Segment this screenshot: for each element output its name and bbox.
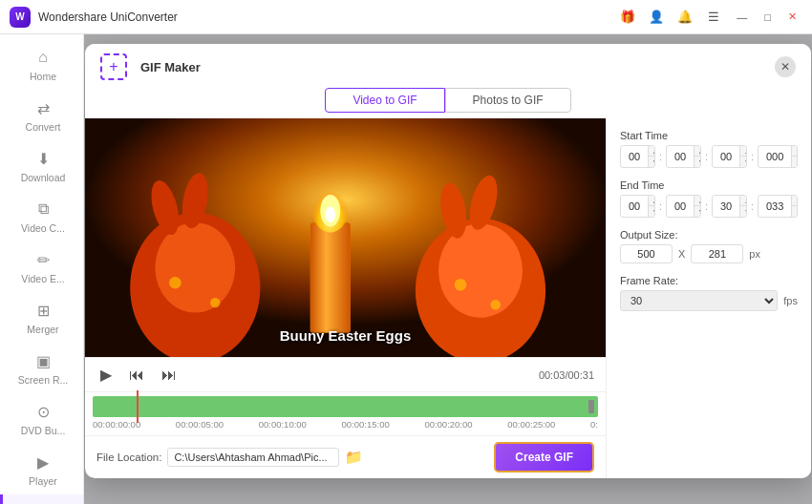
size-px-label: px [749,248,760,260]
sidebar-item-video-edit[interactable]: ✏ Video E... [0,242,83,292]
video-title: Buuny Easter Eggs [85,327,606,344]
user-icon[interactable]: 👤 [645,6,668,29]
end-sec-up[interactable]: ▲ [740,196,747,206]
end-sec-down[interactable]: ▼ [740,206,747,217]
modal-header: + GIF Maker ✕ [85,44,811,80]
end-sec-input[interactable]: ▲ ▼ [712,195,747,218]
width-input[interactable] [620,244,673,263]
modal-overlay: + GIF Maker ✕ Video to GIF Photos to GIF [84,34,812,504]
file-location-bar: File Location: 📁 Create GIF [85,435,606,478]
end-hour-down[interactable]: ▼ [649,206,655,217]
frame-rate-group: Frame Rate: 30 24 15 10 fps [620,275,798,311]
timeline-needle [137,390,139,423]
video-edit-icon: ✏ [32,249,53,270]
sidebar-item-screen[interactable]: ▣ Screen R... [0,343,83,393]
start-time-group: Start Time ▲ ▼ : [620,130,798,168]
video-compress-icon: ⧉ [32,199,53,220]
home-icon: ⌂ [32,47,53,68]
fps-unit-label: fps [783,295,798,306]
prev-button[interactable]: ⏮ [125,365,148,386]
start-ms-up[interactable]: ▲ [792,146,798,157]
start-sec-down[interactable]: ▼ [740,157,747,167]
end-hour-up[interactable]: ▲ [649,196,655,206]
start-ms-input[interactable]: ▲ ▼ [758,145,798,168]
start-sec-up[interactable]: ▲ [740,146,747,157]
end-ms-down[interactable]: ▼ [792,206,798,217]
maximize-button[interactable]: □ [759,11,777,23]
gif-maker-modal: + GIF Maker ✕ Video to GIF Photos to GIF [85,44,811,478]
end-time-group: End Time ▲ ▼ : [620,179,798,218]
fps-select[interactable]: 30 24 15 10 [620,290,778,311]
app-title: Wondershare UniConverter [38,10,616,24]
height-input[interactable] [691,244,743,263]
title-bar-icons: 🎁 👤 🔔 ☰ — □ ✕ [616,6,802,29]
sidebar-item-player[interactable]: ▶ Player [0,444,83,494]
play-button[interactable]: ▶ [96,364,116,386]
playback-controls: ▶ ⏮ ⏭ 00:03/00:31 [85,357,606,391]
start-sec-input[interactable]: ▲ ▼ [712,145,747,168]
file-location-input[interactable] [167,448,339,467]
svg-point-17 [490,300,500,309]
end-ms-up[interactable]: ▲ [792,196,798,206]
video-panel: Buuny Easter Eggs ▶ ⏮ ⏭ 00:03/00:31 [85,118,606,478]
time-display: 00:03/00:31 [539,369,594,381]
end-ms-input[interactable]: ▲ ▼ [758,195,798,218]
end-hour-input[interactable]: ▲ ▼ [620,195,655,218]
sidebar-item-home[interactable]: ⌂ Home [0,39,83,90]
sidebar-item-merger[interactable]: ⊞ Merger [0,292,83,343]
add-media-icon[interactable]: + [100,53,127,80]
start-ms-down[interactable]: ▼ [792,157,798,167]
tab-video-to-gif[interactable]: Video to GIF [325,88,444,113]
minimize-button[interactable]: — [731,11,753,23]
start-hour-down[interactable]: ▼ [649,157,655,167]
close-window-button[interactable]: ✕ [782,10,802,23]
output-size-label: Output Size: [620,229,798,241]
start-hour-up[interactable]: ▲ [649,146,655,157]
svg-point-15 [210,298,220,307]
timeline-area: 00:00:00:00 00:00:05:00 00:00:10:00 00:0… [85,391,606,435]
end-time-inputs: ▲ ▼ : ▲ ▼ [620,195,798,218]
modal-title: GIF Maker [140,60,775,74]
sidebar-item-convert[interactable]: ⇄ Convert [0,90,83,140]
end-min-down[interactable]: ▼ [694,206,701,217]
start-time-inputs: ▲ ▼ : ▲ ▼ [620,145,798,168]
start-time-label: Start Time [620,130,798,141]
svg-point-11 [438,223,523,318]
start-hour-input[interactable]: ▲ ▼ [620,145,655,168]
sidebar-item-video-compress[interactable]: ⧉ Video C... [0,191,83,242]
create-gif-button[interactable]: Create GIF [494,442,594,472]
main-layout: ⌂ Home ⇄ Convert ⬇ Download ⧉ Video C...… [0,34,812,504]
file-location-label: File Location: [96,452,161,463]
svg-point-9 [326,207,335,223]
dvd-icon: ⊙ [32,401,53,422]
svg-rect-6 [310,222,351,332]
content-area: ...theing of raitsienceund. dataetadata … [84,34,812,504]
gift-icon[interactable]: 🎁 [616,6,639,29]
file-folder-button[interactable]: 📁 [345,449,363,466]
start-min-down[interactable]: ▼ [694,157,701,167]
timeline-handle[interactable] [588,400,594,413]
start-min-input[interactable]: ▲ ▼ [666,145,701,168]
merger-icon: ⊞ [32,300,53,321]
start-min-up[interactable]: ▲ [694,146,701,157]
output-size-group: Output Size: X px [620,229,798,263]
sidebar-item-toolbox[interactable]: ⚙ Toolbox [0,494,83,504]
sidebar: ⌂ Home ⇄ Convert ⬇ Download ⧉ Video C...… [0,34,84,504]
svg-point-16 [455,279,467,291]
fps-row: 30 24 15 10 fps [620,290,798,311]
sidebar-item-dvd[interactable]: ⊙ DVD Bu... [0,393,83,444]
end-time-label: End Time [620,179,798,191]
menu-icon[interactable]: ☰ [702,6,725,29]
tab-photos-to-gif[interactable]: Photos to GIF [445,88,571,113]
svg-point-2 [155,222,235,312]
end-min-up[interactable]: ▲ [694,196,701,206]
end-min-input[interactable]: ▲ ▼ [666,195,701,218]
modal-body: Buuny Easter Eggs ▶ ⏮ ⏭ 00:03/00:31 [85,118,811,478]
next-button[interactable]: ⏭ [158,365,181,386]
screen-icon: ▣ [32,350,53,371]
modal-close-button[interactable]: ✕ [775,56,796,77]
timeline-labels: 00:00:00:00 00:00:05:00 00:00:10:00 00:0… [85,417,606,431]
bell-icon[interactable]: 🔔 [673,6,696,29]
sidebar-item-download[interactable]: ⬇ Download [0,140,83,191]
timeline-track[interactable] [93,396,598,417]
